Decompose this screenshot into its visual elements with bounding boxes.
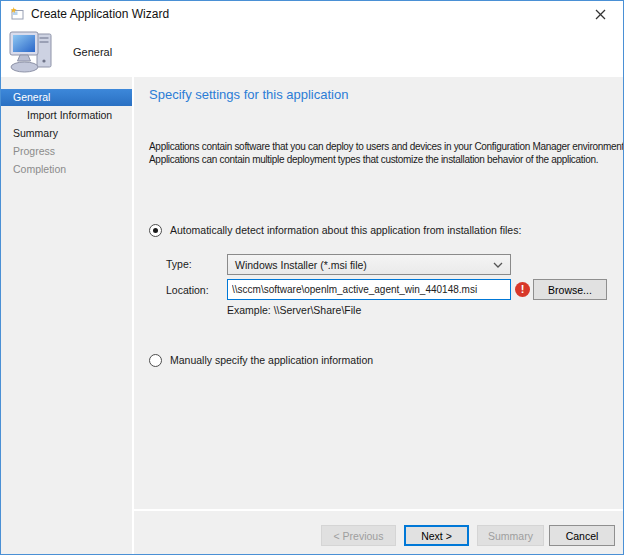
auto-detect-radio-row: Automatically detect information about t… — [149, 222, 521, 238]
sidebar-item-general[interactable]: General — [1, 89, 132, 106]
manual-radio-row: Manually specify the application informa… — [149, 352, 373, 368]
description-line-2: Applications can contain multiple deploy… — [149, 153, 624, 166]
auto-detect-radio[interactable] — [149, 224, 162, 237]
location-example-text: Example: \\Server\Share\File — [227, 304, 361, 316]
title-bar: Create Application Wizard — [1, 1, 623, 27]
sidebar-item-progress: Progress — [1, 143, 132, 160]
window-title: Create Application Wizard — [31, 1, 169, 27]
type-dropdown[interactable]: Windows Installer (*.msi file) — [227, 254, 511, 275]
close-icon — [595, 9, 606, 20]
description-text: Applications contain software that you c… — [149, 140, 624, 166]
description-line-1: Applications contain software that you c… — [149, 140, 624, 153]
sidebar-item-summary[interactable]: Summary — [1, 125, 132, 142]
footer-separator — [134, 509, 623, 511]
location-input[interactable] — [227, 279, 511, 300]
chevron-down-icon — [493, 262, 503, 268]
type-label: Type: — [166, 258, 192, 270]
browse-button[interactable]: Browse... — [533, 279, 607, 300]
wizard-page-title: General — [73, 27, 112, 77]
auto-detect-radio-label[interactable]: Automatically detect information about t… — [170, 224, 521, 236]
sidebar-item-completion: Completion — [1, 161, 132, 178]
location-label: Location: — [166, 284, 209, 296]
summary-button: Summary — [477, 525, 544, 546]
validation-error-icon — [515, 282, 530, 297]
wizard-steps-sidebar: General Import Information Summary Progr… — [1, 77, 132, 554]
manual-radio[interactable] — [149, 354, 162, 367]
previous-button: < Previous — [321, 525, 396, 546]
wizard-header: General — [1, 27, 623, 77]
sidebar-item-import-information[interactable]: Import Information — [1, 107, 132, 124]
create-application-wizard-window: Create Application Wizard — [0, 0, 624, 555]
page-heading: Specify settings for this application — [149, 87, 348, 102]
cancel-button[interactable]: Cancel — [549, 525, 615, 546]
computer-icon — [8, 30, 56, 74]
sidebar-separator — [132, 77, 134, 554]
type-dropdown-value: Windows Installer (*.msi file) — [235, 259, 493, 271]
manual-radio-label[interactable]: Manually specify the application informa… — [170, 354, 373, 366]
close-button[interactable] — [578, 1, 623, 27]
wizard-window-icon — [10, 7, 24, 20]
next-button[interactable]: Next > — [404, 525, 469, 546]
